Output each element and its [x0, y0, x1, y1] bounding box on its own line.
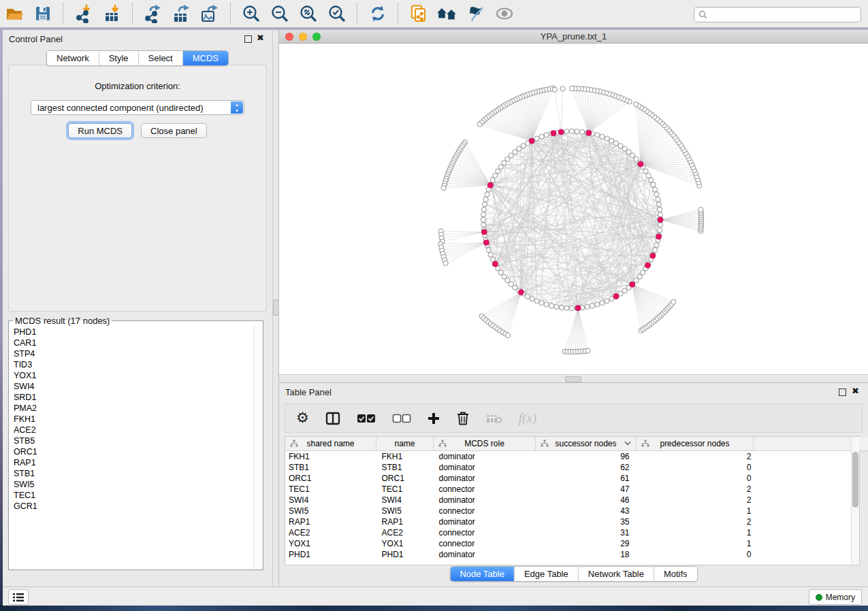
tab-motifs[interactable]: Motifs — [654, 567, 697, 581]
cell-shared-name: SWI4 — [285, 495, 376, 506]
cell-shared-name: ORC1 — [285, 473, 376, 484]
column-header-name[interactable]: name — [376, 437, 434, 451]
close-panel-icon[interactable]: ✖ — [852, 386, 859, 396]
column-header-shared-name[interactable]: shared name — [285, 437, 376, 451]
table-row[interactable]: YOX1YOX1connector291 — [285, 538, 868, 549]
vertical-split-divider[interactable] — [272, 30, 279, 587]
cell-name: YOX1 — [376, 538, 434, 549]
window-close-button[interactable] — [285, 33, 293, 41]
zoom-selected-icon[interactable] — [325, 3, 349, 24]
mcds-result-item[interactable]: PMA2 — [14, 403, 254, 414]
horizontal-split-divider[interactable] — [279, 374, 868, 383]
annotation-mode-icon[interactable] — [464, 3, 487, 24]
export-image-icon[interactable] — [199, 3, 222, 24]
save-session-icon[interactable] — [31, 3, 54, 24]
window-zoom-button[interactable] — [312, 33, 321, 41]
mcds-result-item[interactable]: STB1 — [14, 468, 254, 479]
control-panel-title: Control Panel — [9, 34, 63, 44]
column-header-label: predecessor nodes — [660, 439, 729, 448]
optimization-criterion-select[interactable]: largest connected component (undirected)… — [31, 100, 244, 115]
mcds-result-scrollbar[interactable] — [253, 326, 262, 569]
mcds-result-item[interactable]: PHD1 — [14, 327, 254, 337]
mcds-result-item[interactable]: ACE2 — [14, 425, 254, 435]
mcds-result-item[interactable]: GCR1 — [14, 501, 254, 512]
cell-name: TEC1 — [376, 484, 434, 495]
network-graph[interactable] — [279, 44, 868, 374]
task-history-button[interactable] — [8, 589, 29, 605]
cell-predecessor-nodes: 2 — [637, 495, 754, 506]
divider-grip[interactable] — [565, 376, 581, 382]
mcds-result-item[interactable]: ORC1 — [14, 446, 254, 457]
float-panel-icon[interactable] — [244, 35, 252, 43]
mcds-result-item[interactable]: CAR1 — [14, 337, 254, 348]
mcds-result-item[interactable]: SRD1 — [14, 392, 254, 403]
mcds-result-item[interactable]: YOX1 — [14, 370, 254, 381]
network-canvas[interactable] — [279, 44, 868, 374]
table-row[interactable]: SWI5SWI5connector431 — [285, 506, 868, 516]
add-column-icon[interactable] — [428, 412, 440, 425]
show-all-networks-icon[interactable] — [436, 3, 459, 24]
show-columns-icon[interactable] — [325, 412, 340, 425]
tab-network[interactable]: Network — [47, 51, 99, 65]
cell-successor-nodes: 46 — [536, 495, 637, 506]
scrollbar-thumb[interactable] — [852, 452, 858, 508]
mcds-result-item[interactable]: FKH1 — [14, 414, 254, 425]
clone-network-icon[interactable] — [407, 3, 430, 24]
apply-layout-icon[interactable] — [366, 3, 389, 24]
window-minimize-button[interactable] — [299, 33, 307, 41]
cell-MCDS-role: connector — [434, 527, 536, 538]
deselect-all-rows-icon[interactable] — [392, 414, 411, 423]
run-mcds-button[interactable]: Run MCDS — [68, 123, 132, 138]
tab-mcds[interactable]: MCDS — [182, 51, 228, 65]
table-row[interactable]: STB1STB1dominator620 — [285, 462, 868, 473]
cell-successor-nodes: 31 — [536, 527, 637, 538]
column-header-label: shared name — [306, 439, 354, 448]
table-row[interactable]: RAP1RAP1dominator352 — [285, 516, 868, 527]
tab-select[interactable]: Select — [138, 51, 182, 65]
table-settings-icon[interactable]: ⚙ — [296, 411, 309, 425]
zoom-fit-icon[interactable] — [297, 3, 320, 24]
mcds-result-item[interactable]: RAP1 — [14, 457, 254, 468]
table-panel-title: Table Panel — [285, 387, 332, 397]
tab-edge-table[interactable]: Edge Table — [514, 567, 578, 581]
table-row[interactable]: ACE2ACE2connector311 — [285, 527, 868, 538]
export-table-icon[interactable] — [170, 3, 193, 24]
mcds-result-item[interactable]: STP4 — [14, 348, 254, 359]
import-network-icon[interactable] — [72, 3, 95, 24]
mcds-result-list[interactable]: PHD1CAR1STP4TID3YOX1SWI4SRD1PMA2FKH1ACE2… — [10, 326, 254, 569]
mcds-result-item[interactable]: SWI5 — [14, 479, 254, 490]
table-row[interactable]: SWI4SWI4dominator462 — [285, 495, 868, 506]
table-row[interactable]: FKH1FKH1dominator962 — [285, 451, 868, 463]
zoom-in-icon[interactable] — [240, 3, 263, 24]
close-panel-button[interactable]: Close panel — [141, 123, 207, 138]
float-panel-icon[interactable] — [839, 389, 846, 396]
column-header-successor-nodes[interactable]: successor nodes — [536, 437, 637, 451]
memory-button[interactable]: Memory — [809, 589, 862, 605]
cell-shared-name: ACE2 — [285, 527, 376, 538]
cell-successor-nodes: 61 — [536, 473, 637, 484]
column-header-predecessor-nodes[interactable]: predecessor nodes — [637, 437, 754, 451]
tab-style[interactable]: Style — [99, 51, 138, 65]
search-input[interactable] — [710, 9, 861, 21]
node-table-header: shared namenameMCDS rolesuccessor nodesp… — [285, 437, 868, 451]
mcds-result-item[interactable]: TEC1 — [14, 490, 254, 501]
column-header-MCDS-role[interactable]: MCDS role — [434, 437, 536, 451]
tab-network-table[interactable]: Network Table — [578, 567, 654, 581]
table-row[interactable]: ORC1ORC1dominator610 — [285, 473, 868, 484]
open-file-icon[interactable] — [3, 3, 26, 24]
export-network-icon[interactable] — [142, 3, 165, 24]
zoom-out-icon[interactable] — [268, 3, 291, 24]
mcds-result-item[interactable]: STB5 — [14, 435, 254, 446]
import-table-icon[interactable] — [101, 3, 124, 24]
table-scrollbar[interactable] — [851, 437, 859, 565]
tab-node-table[interactable]: Node Table — [450, 567, 514, 581]
select-all-rows-icon[interactable] — [357, 414, 376, 423]
table-row[interactable]: TEC1TEC1connector472 — [285, 484, 868, 495]
show-hidden-icon[interactable] — [493, 3, 516, 24]
mcds-result-item[interactable]: TID3 — [14, 359, 254, 370]
close-panel-icon[interactable]: ✖ — [257, 33, 264, 43]
divider-grip[interactable] — [273, 299, 279, 316]
delete-column-icon[interactable] — [456, 411, 470, 425]
mcds-result-item[interactable]: SWI4 — [14, 381, 254, 392]
table-row[interactable]: PHD1PHD1dominator180 — [285, 549, 868, 560]
